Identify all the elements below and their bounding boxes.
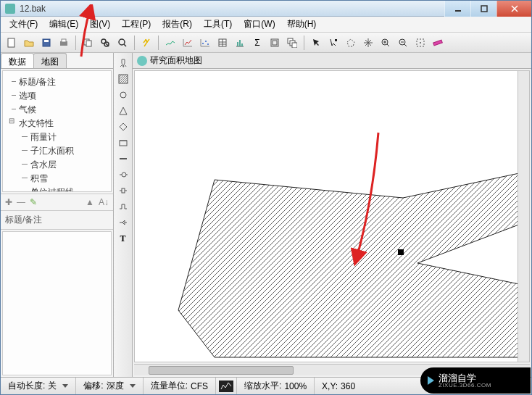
status-zoom[interactable]: 缩放水平: 100% [237,378,315,394]
pan-icon[interactable] [360,35,376,51]
subcatchment-tool-icon[interactable] [116,72,130,86]
svg-rect-32 [120,141,127,146]
svg-rect-2 [8,38,14,47]
menu-edit[interactable]: 编辑(E) [45,17,83,32]
zoom-out-icon[interactable] [395,35,411,51]
menu-project[interactable]: 工程(P) [117,17,155,32]
timeseries-icon[interactable] [180,35,196,51]
scrollbar-vertical[interactable] [518,71,529,362]
svg-rect-1 [481,6,487,12]
new-icon[interactable] [4,35,20,51]
status-offset[interactable]: 偏移: 深度 [76,378,143,394]
stats-icon[interactable] [232,35,248,51]
minimize-button[interactable] [444,1,470,17]
pump-tool-icon[interactable] [116,167,130,182]
canvas-tabbar: 研究面积地图 [133,53,531,69]
divider-tool-icon[interactable] [116,120,130,134]
canvas-tab-title[interactable]: 研究面积地图 [150,54,202,67]
tab-map[interactable]: 地图 [33,53,67,68]
remove-icon[interactable]: — [17,197,25,207]
outfall-tool-icon[interactable] [116,104,130,118]
tree-aquifer[interactable]: 含水层 [6,158,108,172]
svg-rect-34 [122,188,125,193]
property-grid[interactable] [2,231,112,375]
scatter-icon[interactable] [197,35,213,51]
tree-options[interactable]: 选项 [6,89,108,103]
subcatchment-polygon[interactable] [135,71,526,362]
app-window: 12.bak 文件(F) 编辑(E) 图(V) 工程(P) 报告(R) 工具(T… [0,0,532,395]
edit-icon[interactable]: ✎ [30,197,37,207]
tree-unit-hydro[interactable]: 单位过程线 [6,186,108,192]
svg-rect-24 [335,39,337,41]
run-icon[interactable] [138,35,154,51]
svg-rect-29 [433,40,443,46]
move-up-icon[interactable]: ▲ [86,197,94,207]
label-tool-icon[interactable]: T [116,231,130,246]
weir-tool-icon[interactable] [116,199,130,214]
svg-point-31 [120,92,126,98]
svg-rect-16 [237,42,238,46]
status-auto-length[interactable]: 自动长度: 关 [1,378,76,394]
svg-rect-8 [86,41,91,46]
tree-snow[interactable]: 积雪 [6,172,108,186]
pointer-icon[interactable] [308,35,324,51]
svg-point-12 [202,43,204,44]
tree-hydro[interactable]: 水文特性 [6,117,108,130]
menu-view[interactable]: 图(V) [86,17,115,32]
find-icon[interactable] [97,35,113,51]
save-icon[interactable] [38,35,54,51]
storage-tool-icon[interactable] [116,136,130,150]
sidebar: 数据 地图 标题/备注 选项 气候 水文特性 雨量计 子汇水面积 含水层 积雪 … [1,53,114,377]
search-icon[interactable] [115,35,130,51]
menu-file[interactable]: 文件(F) [5,17,42,32]
tab-data[interactable]: 数据 [1,53,34,68]
conduit-tool-icon[interactable] [116,151,130,166]
full-extent-icon[interactable] [412,35,428,51]
zoom-in-icon[interactable] [378,35,394,51]
tree-sub-area[interactable]: 子汇水面积 [6,144,108,158]
svg-rect-6 [62,39,66,42]
profile-icon[interactable] [162,35,178,51]
copy-icon[interactable] [80,35,96,51]
select-region-icon[interactable] [343,35,359,51]
junction-tool-icon[interactable] [116,88,130,102]
rain-gauge-tool-icon[interactable] [116,56,130,70]
project-tree[interactable]: 标题/备注 选项 气候 水文特性 雨量计 子汇水面积 含水层 积雪 单位过程线 [2,70,112,192]
close-button[interactable] [496,1,531,17]
svg-rect-23 [292,43,297,48]
add-icon[interactable]: ✚ [5,197,12,207]
svg-rect-20 [273,41,277,45]
print-icon[interactable] [56,35,72,51]
menubar: 文件(F) 编辑(E) 图(V) 工程(P) 报告(R) 工具(T) 窗口(W)… [1,17,531,33]
status-xy: X,Y: 360 [315,378,362,394]
maximize-button[interactable] [470,1,496,17]
tree-rain-gauge[interactable]: 雨量计 [6,130,108,144]
property-title: 标题/备注 [1,211,113,230]
sort-icon[interactable]: A↓ [99,197,109,207]
measure-icon[interactable] [430,35,446,51]
menu-help[interactable]: 帮助(H) [283,17,321,32]
vertex-icon[interactable] [325,35,341,51]
orifice-tool-icon[interactable] [116,183,130,198]
cascade-icon[interactable] [284,35,300,51]
watermark: 溜溜自学 ZIXUE.3D66.COM [420,367,531,394]
svg-rect-0 [455,10,461,12]
svg-point-13 [205,41,207,42]
open-icon[interactable] [21,35,37,51]
menu-window[interactable]: 窗口(W) [239,17,279,32]
svg-rect-4 [44,40,49,42]
svg-rect-17 [239,40,241,46]
menu-report[interactable]: 报告(R) [158,17,196,32]
map-canvas[interactable] [134,70,530,362]
table-icon[interactable] [215,35,230,51]
scroll-thumb[interactable] [149,366,294,375]
centroid-marker[interactable] [398,249,404,255]
tree-climate[interactable]: 气候 [6,103,108,117]
chevron-down-icon [130,384,136,388]
tree-title-notes[interactable]: 标题/备注 [6,75,108,89]
menu-tool[interactable]: 工具(T) [199,17,236,32]
status-flow-unit[interactable]: 流量单位: CFS [144,378,216,394]
sum-icon[interactable]: Σ [249,35,265,51]
options-icon[interactable] [267,35,283,51]
outlet-tool-icon[interactable] [116,215,130,230]
